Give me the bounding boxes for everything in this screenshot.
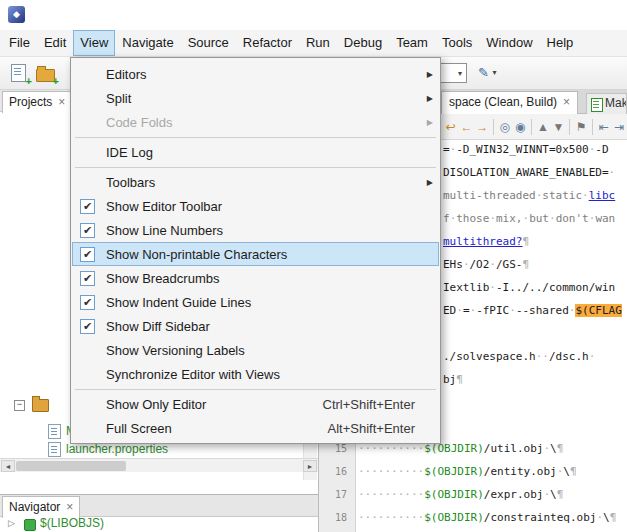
scroll-right-button[interactable]: ►	[303, 460, 317, 472]
navigator-item-libobjs[interactable]: ▷ $(LIBOBJS)	[0, 516, 318, 532]
code-line[interactable]: Iextlib·-I../../common/win	[443, 276, 615, 299]
build-project-button[interactable]: ✎ ▾	[474, 62, 508, 84]
menubar-item-run[interactable]: Run	[299, 30, 337, 56]
navigator-panel: Navigator× ▷ $(LIBOBJS)	[0, 494, 319, 532]
code-line[interactable]: multithread?¶	[443, 230, 529, 253]
open-project-button[interactable]: +	[33, 61, 59, 86]
menu-item-label: Toolbars	[106, 175, 423, 190]
checkmark-icon: ✔	[80, 319, 95, 334]
menubar: FileEditViewNavigateSourceRefactorRunDeb…	[0, 30, 627, 57]
menu-item-synchronize-editor-with-views[interactable]: Synchronize Editor with Views	[72, 362, 439, 386]
menu-item-label: Full Screen	[106, 421, 328, 436]
submenu-arrow-icon: ▶	[423, 178, 433, 187]
menu-item-label: Code Folds	[106, 115, 423, 130]
horizontal-scrollbar[interactable]: ◄ ►	[0, 458, 318, 472]
check-spacer	[80, 115, 95, 130]
code-line[interactable]: ED·=·-fPIC·--shared·$(CFLAG	[443, 299, 622, 322]
code-line[interactable]: bj¶	[443, 368, 463, 391]
build-icon: ✎	[478, 65, 489, 80]
code-line[interactable]: ··········$(OBJDIR)/expr.obj·\¶	[358, 483, 563, 506]
submenu-arrow-icon: ▶	[423, 118, 433, 127]
submenu-arrow-icon: ▶	[423, 94, 433, 103]
chevron-down-icon: ▾	[493, 68, 497, 77]
code-line[interactable]: DISOLATION_AWARE_ENABLED=·	[443, 161, 615, 184]
menu-item-show-indent-guide-lines[interactable]: ✔Show Indent Guide Lines	[72, 290, 439, 314]
menu-item-label: Show Versioning Labels	[106, 343, 423, 358]
close-icon[interactable]: ×	[66, 500, 73, 514]
menu-item-full-screen[interactable]: Full ScreenAlt+Shift+Enter	[72, 416, 439, 440]
menubar-item-window[interactable]: Window	[479, 30, 539, 56]
menubar-item-source[interactable]: Source	[181, 30, 236, 56]
checkmark-icon: ✔	[80, 247, 95, 262]
menu-item-label: Show Breadcrumbs	[106, 271, 423, 286]
menu-separator	[72, 386, 439, 392]
checkmark-icon: ✔	[80, 223, 95, 238]
scroll-left-button[interactable]: ◄	[1, 460, 15, 472]
check-spacer	[80, 145, 95, 160]
plus-badge-icon: +	[26, 76, 32, 86]
navigator-item-label: $(LIBOBJS)	[40, 516, 104, 530]
menu-item-show-non-printable-characters[interactable]: ✔Show Non-printable Characters	[72, 242, 439, 266]
menubar-item-tools[interactable]: Tools	[435, 30, 479, 56]
plus-badge-icon: +	[53, 76, 59, 86]
menu-shortcut: Alt+Shift+Enter	[328, 421, 415, 436]
collapse-icon[interactable]: −	[14, 400, 25, 411]
tab-projects[interactable]: Projects×	[2, 91, 72, 113]
menu-item-show-versioning-labels[interactable]: Show Versioning Labels	[72, 338, 439, 362]
app-icon: ◆	[8, 6, 25, 23]
menu-item-editors[interactable]: Editors▶	[72, 62, 439, 86]
menubar-item-file[interactable]: File	[2, 30, 37, 56]
navigator-panel-header: Navigator×	[0, 495, 318, 517]
menu-item-show-only-editor[interactable]: Show Only EditorCtrl+Shift+Enter	[72, 392, 439, 416]
properties-file-icon	[48, 442, 61, 457]
macro-icon	[24, 519, 36, 531]
menubar-item-navigate[interactable]: Navigate	[115, 30, 180, 56]
code-line[interactable]: EHs·/O2·/GS-¶	[443, 253, 529, 276]
menubar-item-help[interactable]: Help	[540, 30, 581, 56]
menu-item-show-line-numbers[interactable]: ✔Show Line Numbers	[72, 218, 439, 242]
menubar-item-view[interactable]: View	[73, 30, 115, 56]
folder-icon	[32, 399, 49, 412]
code-line[interactable]: f·those·mix,·but·don't·wan	[443, 207, 615, 230]
application-window: ◆ FileEditViewNavigateSourceRefactorRunD…	[0, 0, 627, 532]
close-icon[interactable]: ×	[58, 95, 65, 109]
menu-item-toolbars[interactable]: Toolbars▶	[72, 170, 439, 194]
menu-item-split[interactable]: Split▶	[72, 86, 439, 110]
check-spacer	[80, 343, 95, 358]
menu-item-label: Editors	[106, 67, 423, 82]
code-line[interactable]: ./solvespace.h··/dsc.h·	[443, 345, 595, 368]
expand-icon[interactable]: ▷	[8, 518, 15, 528]
menubar-item-debug[interactable]: Debug	[337, 30, 389, 56]
configuration-combobox[interactable]: ▾	[441, 63, 467, 83]
menu-item-label: Show Indent Guide Lines	[106, 295, 423, 310]
code-line[interactable]: ··········$(OBJDIR)/entity.obj·\¶	[358, 460, 577, 483]
check-spacer	[80, 367, 95, 382]
menu-item-show-diff-sidebar[interactable]: ✔Show Diff Sidebar	[72, 314, 439, 338]
menu-item-label: Show Only Editor	[106, 397, 323, 412]
menubar-item-refactor[interactable]: Refactor	[236, 30, 299, 56]
menu-item-ide-log[interactable]: IDE Log	[72, 140, 439, 164]
new-file-button[interactable]: +	[6, 61, 32, 86]
tab-projects-label: Projects	[9, 95, 52, 109]
new-file-icon	[11, 64, 26, 82]
tab-navigator[interactable]: Navigator×	[2, 496, 80, 518]
menu-item-label: Show Non-printable Characters	[106, 247, 423, 262]
submenu-arrow-icon: ▶	[423, 70, 433, 79]
menu-item-label: Show Diff Sidebar	[106, 319, 423, 334]
menubar-item-team[interactable]: Team	[389, 30, 435, 56]
check-spacer	[80, 67, 95, 82]
menu-item-label: Split	[106, 91, 423, 106]
menu-item-code-folds: Code Folds▶	[72, 110, 439, 134]
code-line[interactable]: ··········$(OBJDIR)/constrainteq.obj·\¶	[358, 506, 616, 529]
menu-separator	[72, 164, 439, 170]
view-menu-dropdown: Editors▶Split▶Code Folds▶IDE LogToolbars…	[70, 57, 441, 444]
menu-item-label: Synchronize Editor with Views	[106, 367, 423, 382]
menu-item-show-breadcrumbs[interactable]: ✔Show Breadcrumbs	[72, 266, 439, 290]
menubar-item-edit[interactable]: Edit	[37, 30, 73, 56]
tab-navigator-label: Navigator	[9, 500, 60, 514]
menu-item-show-editor-toolbar[interactable]: ✔Show Editor Toolbar	[72, 194, 439, 218]
code-line[interactable]: multi-threaded·static·libc	[443, 184, 615, 207]
check-spacer	[80, 175, 95, 190]
code-line[interactable]: =·-D_WIN32_WINNT=0x500·-D	[443, 138, 609, 161]
scrollbar-thumb[interactable]	[16, 461, 126, 471]
